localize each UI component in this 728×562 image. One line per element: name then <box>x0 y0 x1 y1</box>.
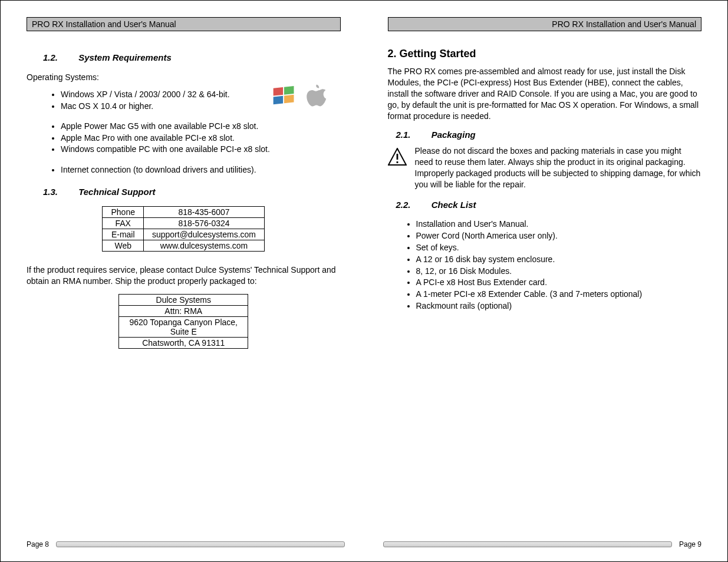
page-number-left: Page 8 <box>27 540 49 548</box>
chapter-2-heading: 2. Getting Started <box>388 48 702 60</box>
footer-decor-bar <box>383 541 672 547</box>
warning-icon <box>388 148 407 168</box>
section-1-2-heading: 1.2. System Requirements <box>43 52 341 62</box>
table-row: Webwww.dulcesystems.com <box>103 240 265 252</box>
list-item: 8, 12, or 16 Disk Modules. <box>416 266 702 277</box>
packaging-block: Please do not discard the boxes and pack… <box>388 146 702 190</box>
svg-rect-3 <box>284 95 294 104</box>
list-item: Internet connection (to download drivers… <box>61 164 341 176</box>
contact-value: 818-435-6007 <box>143 207 264 218</box>
list-item: Apple Mac Pro with one available PCI-e x… <box>61 133 341 144</box>
footer-decor-bar <box>56 541 345 547</box>
section-1-3-heading: 1.3. Technical Support <box>43 187 341 197</box>
checklist: Installation and User's Manual. Power Co… <box>388 218 702 312</box>
address-table: Dulce Systems Attn: RMA 9620 Topanga Can… <box>118 294 248 349</box>
os-logos <box>271 83 328 111</box>
svg-rect-0 <box>273 87 283 96</box>
intro-paragraph: The PRO RX comes pre-assembled and almos… <box>388 66 702 121</box>
list-item: Power Cord (North America user only). <box>416 230 702 242</box>
footer-left: Page 8 <box>27 540 345 548</box>
section-number: 1.2. <box>43 52 76 62</box>
address-line: Dulce Systems <box>119 295 248 306</box>
list-item: Windows compatible PC with one available… <box>61 144 341 155</box>
svg-rect-2 <box>273 96 283 105</box>
list-item: Installation and User's Manual. <box>416 219 702 230</box>
contact-label: FAX <box>103 218 143 229</box>
contact-value: 818-576-0324 <box>143 218 264 229</box>
packaging-paragraph: Please do not discard the boxes and pack… <box>415 146 702 190</box>
os-requirements-block: Windows XP / Vista / 2003/ 2000 / 32 & 6… <box>27 87 341 118</box>
contact-value: support@dulcesystems.com <box>143 229 264 240</box>
section-title: Technical Support <box>78 187 155 197</box>
list-item: Rackmount rails (optional) <box>416 300 702 312</box>
section-2-2-heading: 2.2. Check List <box>396 200 702 210</box>
table-row: Dulce Systems <box>119 295 248 306</box>
address-line: 9620 Topanga Canyon Place, Suite E <box>119 317 248 338</box>
contact-label: Web <box>103 240 143 252</box>
contact-table: Phone818-435-6007 FAX818-576-0324 E-mail… <box>102 206 265 252</box>
windows-logo-icon <box>271 83 297 111</box>
os-label: Operating Systems: <box>27 72 341 83</box>
left-page: PRO RX Installation and User's Manual 1.… <box>1 17 364 556</box>
table-row: E-mailsupport@dulcesystems.com <box>103 229 265 240</box>
table-row: Phone818-435-6007 <box>103 207 265 218</box>
list-item: A 1-meter PCI-e x8 Extender Cable. (3 an… <box>416 289 702 300</box>
table-row: 9620 Topanga Canyon Place, Suite E <box>119 317 248 338</box>
section-title: System Requirements <box>78 52 172 62</box>
table-row: FAX818-576-0324 <box>103 218 265 229</box>
right-page: PRO RX Installation and User's Manual 2.… <box>364 17 728 556</box>
section-number: 2.2. <box>396 200 429 210</box>
page-number-right: Page 9 <box>679 540 701 548</box>
contact-label: E-mail <box>103 229 143 240</box>
footer-right: Page 9 <box>383 540 701 548</box>
address-line: Attn: RMA <box>119 306 248 317</box>
header-bar-right: PRO RX Installation and User's Manual <box>388 17 702 31</box>
address-line: Chatsworth, CA 91311 <box>119 338 248 349</box>
section-number: 1.3. <box>43 187 76 197</box>
svg-rect-5 <box>396 154 398 160</box>
svg-rect-6 <box>396 161 398 163</box>
section-title: Check List <box>431 200 476 210</box>
list-item: A PCI-e x8 Host Bus Extender card. <box>416 277 702 288</box>
list-item: Apple Power Mac G5 with one available PC… <box>61 121 341 132</box>
network-list: Internet connection (to download drivers… <box>27 164 341 176</box>
section-title: Packaging <box>431 130 476 140</box>
document-spread: PRO RX Installation and User's Manual 1.… <box>0 0 728 562</box>
section-2-1-heading: 2.1. Packaging <box>396 130 702 140</box>
section-number: 2.1. <box>396 130 429 140</box>
contact-label: Phone <box>103 207 143 218</box>
list-item: A 12 or 16 disk bay system enclosure. <box>416 254 702 265</box>
rma-paragraph: If the product requires service, please … <box>27 265 341 287</box>
svg-rect-1 <box>284 86 294 95</box>
list-item: Set of keys. <box>416 242 702 253</box>
apple-logo-icon <box>302 83 328 111</box>
table-row: Chatsworth, CA 91311 <box>119 338 248 349</box>
header-bar-left: PRO RX Installation and User's Manual <box>27 17 341 31</box>
contact-value: www.dulcesystems.com <box>143 240 264 252</box>
table-row: Attn: RMA <box>119 306 248 317</box>
hardware-list: Apple Power Mac G5 with one available PC… <box>27 120 341 156</box>
